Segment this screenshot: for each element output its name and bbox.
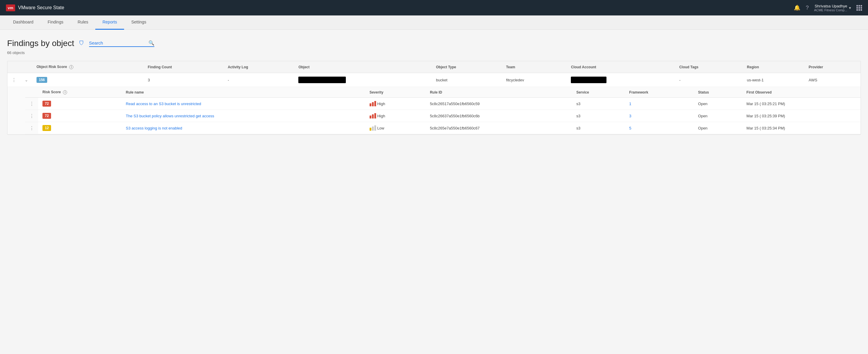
sub-row-menu-icon[interactable]: ⋮	[29, 101, 34, 106]
sub-row-menu-cell: ⋮	[25, 122, 38, 134]
nav-item-settings[interactable]: Settings	[124, 16, 153, 30]
severity-indicator: Low	[370, 125, 422, 131]
search-icon: 🔍	[148, 40, 154, 46]
sub-col-first-observed: First Observed	[742, 87, 861, 98]
expanded-row: Risk Score i Rule name Severity Rule ID …	[7, 87, 861, 135]
col-region: Region	[743, 61, 804, 73]
col-risk-score: Object Risk Score i	[32, 61, 144, 73]
col-activity-log: Activity Log	[223, 61, 294, 73]
nav-item-rules[interactable]: Rules	[70, 16, 95, 30]
severity-label: High	[377, 114, 385, 118]
sub-col-severity: Severity	[365, 87, 426, 98]
filter-icon[interactable]: ⛉	[79, 40, 84, 47]
row-menu-icon[interactable]: ⋮	[11, 78, 16, 83]
severity-bars	[370, 113, 376, 118]
row-finding-count-cell: 3	[144, 73, 223, 87]
sub-row-menu-cell: ⋮	[25, 110, 38, 122]
sub-row-rule-id-cell: 5c8c26517a550e1fb6560c59	[426, 98, 572, 110]
sub-col-menu	[25, 87, 38, 98]
user-org: ACME Fitness Comp...	[814, 8, 847, 12]
vm-logo-icon: vm	[6, 4, 15, 11]
sub-row-severity-cell: High	[365, 110, 426, 122]
sub-row-framework-cell: 5	[625, 122, 694, 134]
sub-row-rule-name-cell: Read access to an S3 bucket is unrestric…	[122, 98, 365, 110]
chevron-down-icon: ▾	[849, 6, 851, 10]
sub-row-rule-id-cell: 5c8c265e7a550e1fb6560c67	[426, 122, 572, 134]
sub-row-framework-cell: 1	[625, 98, 694, 110]
table-row: ⋮ ⌄ 156 3 - bucket fitcycl	[7, 73, 861, 87]
sev-bar-2	[372, 102, 374, 106]
sub-row-risk-score-cell: 12	[38, 122, 122, 134]
sub-table-header-row: Risk Score i Rule name Severity Rule ID …	[25, 87, 861, 98]
severity-indicator: High	[370, 113, 422, 118]
sub-row-menu-icon[interactable]: ⋮	[29, 126, 34, 131]
sub-row-risk-score-cell: 72	[38, 110, 122, 122]
user-info: Shrivatsa Upadhye ACME Fitness Comp...	[814, 4, 847, 12]
sub-col-service: Service	[572, 87, 625, 98]
sub-col-risk-score: Risk Score i	[38, 87, 122, 98]
sub-table-row: ⋮ 12 S3 access logging is not enabled	[25, 122, 861, 134]
risk-score-info-icon[interactable]: i	[69, 65, 73, 69]
nav-menu: Dashboard Findings Rules Reports Setting…	[0, 16, 868, 30]
sub-row-first-observed-cell: Mar 15 ( 03:25:21 PM)	[742, 98, 861, 110]
framework-link[interactable]: 5	[629, 126, 631, 130]
row-object-type-cell: bucket	[432, 73, 502, 87]
sub-table-row: ⋮ 72 Read access to an S3 bucket is unre…	[25, 98, 861, 110]
user-menu[interactable]: Shrivatsa Upadhye ACME Fitness Comp... ▾	[814, 4, 851, 12]
sub-row-framework-cell: 3	[625, 110, 694, 122]
sub-row-service-cell: s3	[572, 110, 625, 122]
nav-item-dashboard[interactable]: Dashboard	[6, 16, 41, 30]
col-cloud-tags: Cloud Tags	[675, 61, 743, 73]
objects-count: 66 objects	[7, 51, 861, 55]
expand-icon[interactable]: ⌄	[25, 78, 28, 82]
sev-bar-3	[374, 101, 376, 106]
topbar-actions: 🔔 ? Shrivatsa Upadhye ACME Fitness Comp.…	[794, 4, 862, 12]
row-cloud-account-cell	[567, 73, 675, 87]
sev-bar-2	[372, 114, 374, 118]
sub-risk-score-info-icon[interactable]: i	[63, 90, 67, 94]
sev-bar-3	[374, 113, 376, 118]
notifications-icon[interactable]: 🔔	[794, 4, 800, 11]
sub-row-menu-icon[interactable]: ⋮	[29, 113, 34, 118]
sub-risk-score-badge: 72	[42, 101, 51, 107]
rule-name-link[interactable]: S3 access logging is not enabled	[126, 126, 182, 130]
cloud-account-redacted	[571, 77, 607, 83]
table-header-row: Object Risk Score i Finding Count Activi…	[7, 61, 861, 73]
sev-bar-1	[370, 104, 371, 106]
sub-row-first-observed-cell: Mar 15 ( 03:25:39 PM)	[742, 110, 861, 122]
findings-table-wrapper: Object Risk Score i Finding Count Activi…	[7, 61, 861, 135]
help-icon[interactable]: ?	[806, 5, 809, 11]
col-menu	[7, 61, 21, 73]
rule-name-link[interactable]: The S3 bucket policy allows unrestricted…	[126, 114, 214, 118]
sub-row-menu-cell: ⋮	[25, 98, 38, 110]
sub-row-rule-name-cell: S3 access logging is not enabled	[122, 122, 365, 134]
rule-name-link[interactable]: Read access to an S3 bucket is unrestric…	[126, 101, 201, 106]
nav-item-reports[interactable]: Reports	[95, 16, 124, 30]
sub-row-rule-id-cell: 5c8c26637a550e1fb6560c6b	[426, 110, 572, 122]
nav-item-findings[interactable]: Findings	[41, 16, 71, 30]
row-region-cell: us-west-1	[743, 73, 804, 87]
sub-row-severity-cell: Low	[365, 122, 426, 134]
search-input[interactable]	[89, 40, 148, 46]
page-header: Findings by object ⛉ 🔍	[7, 39, 861, 48]
col-team: Team	[502, 61, 567, 73]
sub-col-status: Status	[694, 87, 742, 98]
col-object-type: Object Type	[432, 61, 502, 73]
findings-table: Object Risk Score i Finding Count Activi…	[7, 61, 861, 135]
apps-grid-icon[interactable]	[857, 5, 862, 11]
col-object: Object	[294, 61, 432, 73]
sev-bar-1	[370, 128, 371, 131]
severity-indicator: High	[370, 101, 422, 106]
sub-row-first-observed-cell: Mar 15 ( 03:25:34 PM)	[742, 122, 861, 134]
sev-bar-2	[372, 126, 374, 131]
sub-row-status-cell: Open	[694, 110, 742, 122]
sub-table: Risk Score i Rule name Severity Rule ID …	[25, 87, 861, 134]
sub-row-status-cell: Open	[694, 122, 742, 134]
sub-row-status-cell: Open	[694, 98, 742, 110]
framework-link[interactable]: 3	[629, 114, 631, 118]
framework-link[interactable]: 1	[629, 101, 631, 106]
topbar-brand: VMware Secure State	[18, 5, 64, 10]
sub-row-risk-score-cell: 72	[38, 98, 122, 110]
row-cloud-tags-cell: -	[675, 73, 743, 87]
row-risk-score-cell: 156	[32, 73, 144, 87]
